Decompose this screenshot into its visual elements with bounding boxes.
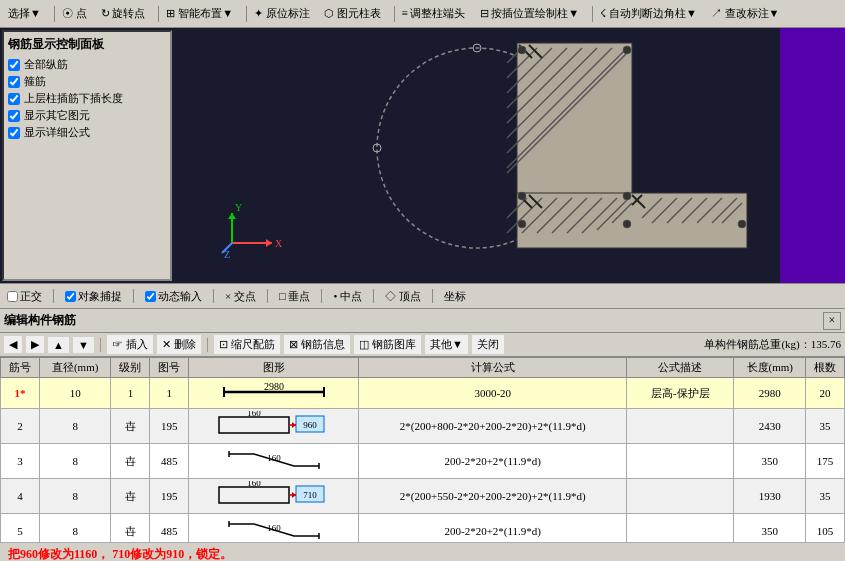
cell-shape-num: 485: [150, 514, 189, 543]
check-label-btn[interactable]: ↗ 查改标注▼: [707, 4, 784, 23]
cell-diameter: 8: [39, 514, 111, 543]
point-btn[interactable]: ☉ 点: [58, 4, 91, 23]
dynamic-input-toggle[interactable]: 动态输入: [142, 288, 205, 305]
prev-btn[interactable]: ◀: [4, 336, 22, 353]
svg-point-41: [623, 220, 631, 228]
cell-level: 卋: [111, 514, 150, 543]
col-shape-num: 图号: [150, 358, 189, 378]
table-row[interactable]: 3 8 卋 485 160 200-2*20+2*(11.9*d) 350 17…: [1, 444, 845, 479]
midpoint-label: • 中点: [330, 288, 365, 305]
cell-count: 175: [806, 444, 845, 479]
smart-layout-btn[interactable]: ⊞ 智能布置▼: [162, 4, 237, 23]
main-area: 钢筋显示控制面板 全部纵筋 箍筋 上层柱插筋下插长度 显示其它图元 显示详细公式: [0, 28, 845, 283]
element-table-btn[interactable]: ⬡ 图元柱表: [320, 4, 385, 23]
cell-shape: 160: [189, 444, 359, 479]
svg-text:Y: Y: [235, 202, 242, 213]
svg-text:160: 160: [267, 523, 281, 533]
edit-panel-header: 编辑构件钢筋 ×: [0, 309, 845, 333]
rebar-table-container[interactable]: 筋号 直径(mm) 级别 图号 图形 计算公式 公式描述 长度(mm) 根数 1…: [0, 357, 845, 542]
checkbox-other-elements[interactable]: 显示其它图元: [8, 108, 166, 123]
table-row[interactable]: 1* 10 1 1 2980 3000-20 层高-保护层 2980 20: [1, 378, 845, 409]
other-btn[interactable]: 其他▼: [425, 335, 468, 354]
svg-point-44: [623, 192, 631, 200]
auto-judge-btn[interactable]: ☇ 自动判断边角柱▼: [596, 4, 701, 23]
cell-shape-num: 195: [150, 409, 189, 444]
rebar-info-btn[interactable]: ⊠ 钢筋信息: [284, 335, 350, 354]
close-panel-btn[interactable]: ×: [823, 312, 841, 330]
up-btn[interactable]: ▲: [48, 337, 69, 353]
down-btn[interactable]: ▼: [73, 337, 94, 353]
checkbox-insert-length[interactable]: 上层柱插筋下插长度: [8, 91, 166, 106]
weight-label: 单构件钢筋总重(kg)：135.76: [704, 337, 841, 352]
cell-level: 卋: [111, 444, 150, 479]
draw-column-btn[interactable]: ⊟ 按插位置绘制柱▼: [476, 4, 584, 23]
scale-btn[interactable]: ⊡ 缩尺配筋: [214, 335, 280, 354]
cell-length: 2980: [734, 378, 806, 409]
cell-num: 1*: [1, 378, 40, 409]
col-length: 长度(mm): [734, 358, 806, 378]
coord-label: 坐标: [441, 288, 469, 305]
next-btn[interactable]: ▶: [26, 336, 44, 353]
cell-desc: [627, 444, 734, 479]
close-btn[interactable]: 关闭: [472, 335, 504, 354]
cell-formula: 200-2*20+2*(11.9*d): [359, 444, 627, 479]
perpendicular-label: □ 垂点: [276, 288, 313, 305]
adjust-column-btn[interactable]: ≡ 调整柱端头: [398, 4, 470, 23]
cell-diameter: 10: [39, 378, 111, 409]
col-formula: 计算公式: [359, 358, 627, 378]
orthogonal-toggle[interactable]: 正交: [4, 288, 45, 305]
snap-toggle[interactable]: 对象捕捉: [62, 288, 125, 305]
svg-text:710: 710: [303, 490, 317, 500]
svg-text:2980: 2980: [264, 381, 284, 392]
inplace-label-btn[interactable]: ✦ 原位标注: [250, 4, 314, 23]
svg-point-38: [518, 46, 526, 54]
checkbox-all-rebar[interactable]: 全部纵筋: [8, 57, 166, 72]
table-row[interactable]: 5 8 卋 485 160 200-2*20+2*(11.9*d) 350 10…: [1, 514, 845, 543]
cell-count: 105: [806, 514, 845, 543]
shape-svg-1: 2980: [219, 380, 329, 404]
cell-count: 35: [806, 409, 845, 444]
delete-btn[interactable]: ✕ 删除: [157, 335, 201, 354]
cell-shape-num: 1: [150, 378, 189, 409]
cell-formula: 2*(200+800-2*20+200-2*20)+2*(11.9*d): [359, 409, 627, 444]
cell-num: 5: [1, 514, 40, 543]
svg-rect-66: [219, 487, 289, 503]
table-row[interactable]: 2 8 卋 195 160 960 2*(200+800-2*20+200-2*…: [1, 409, 845, 444]
svg-text:160: 160: [267, 453, 281, 463]
cell-formula: 3000-20: [359, 378, 627, 409]
svg-point-39: [623, 46, 631, 54]
cell-shape: 2980: [189, 378, 359, 409]
checkbox-stirrup[interactable]: 箍筋: [8, 74, 166, 89]
edit-panel-title: 编辑构件钢筋: [4, 312, 823, 329]
select-btn[interactable]: 选择▼: [4, 4, 45, 23]
insert-btn[interactable]: ☞ 插入: [107, 335, 153, 354]
cell-formula: 2*(200+550-2*20+200-2*20)+2*(11.9*d): [359, 479, 627, 514]
cell-length: 350: [734, 444, 806, 479]
sep3: [246, 6, 247, 22]
cell-diameter: 8: [39, 444, 111, 479]
edit-panel-toolbar: ◀ ▶ ▲ ▼ ☞ 插入 ✕ 删除 ⊡ 缩尺配筋 ⊠ 钢筋信息 ◫ 钢筋图库 其…: [0, 333, 845, 357]
checkbox-detail-formula[interactable]: 显示详细公式: [8, 125, 166, 140]
cell-shape-num: 195: [150, 479, 189, 514]
sep1: [54, 6, 55, 22]
shape-svg-3: 160: [214, 446, 334, 474]
cell-level: 卋: [111, 409, 150, 444]
svg-rect-57: [219, 417, 289, 433]
bottom-note-text: 把960修改为1160， 710修改为910，锁定。: [8, 547, 232, 561]
cell-length: 1930: [734, 479, 806, 514]
rotate-point-btn[interactable]: ↻ 旋转点: [97, 4, 150, 23]
col-level: 级别: [111, 358, 150, 378]
cell-shape: 160 710: [189, 479, 359, 514]
cell-diameter: 8: [39, 409, 111, 444]
left-panel: 钢筋显示控制面板 全部纵筋 箍筋 上层柱插筋下插长度 显示其它图元 显示详细公式: [2, 30, 172, 281]
left-panel-title: 钢筋显示控制面板: [8, 36, 166, 53]
table-row[interactable]: 4 8 卋 195 160 710 2*(200+550-2*20+200-2*…: [1, 479, 845, 514]
rebar-lib-btn[interactable]: ◫ 钢筋图库: [354, 335, 421, 354]
sep4: [394, 6, 395, 22]
shape-svg-4: 160 710: [214, 481, 334, 509]
cell-num: 4: [1, 479, 40, 514]
cell-shape: 160 960: [189, 409, 359, 444]
cell-desc: [627, 409, 734, 444]
svg-text:160: 160: [247, 411, 261, 418]
right-panel: [780, 28, 845, 283]
